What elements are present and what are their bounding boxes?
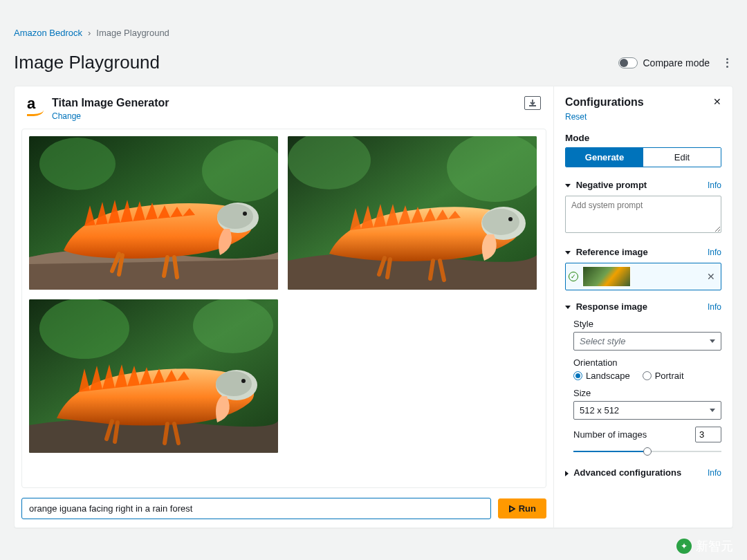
chevron-down-icon [565, 251, 571, 254]
mode-segmented: Generate Edit [565, 147, 721, 167]
info-link[interactable]: Info [708, 248, 721, 257]
remove-reference-button[interactable]: ✕ [707, 271, 715, 282]
breadcrumb: Amazon Bedrock › Image Playground [14, 28, 733, 38]
watermark: ✦ 新智元 [676, 538, 733, 554]
num-images-slider[interactable] [573, 447, 721, 456]
mode-generate-button[interactable]: Generate [566, 148, 643, 167]
prompt-input[interactable] [21, 498, 491, 519]
svg-point-17 [241, 379, 246, 383]
download-button[interactable] [524, 96, 541, 110]
svg-point-16 [216, 371, 252, 396]
mode-label: Mode [565, 133, 721, 143]
check-circle-icon: ✓ [569, 272, 578, 281]
compare-mode-toggle[interactable]: Compare mode [618, 57, 710, 68]
num-images-input[interactable] [695, 427, 721, 442]
run-button[interactable]: Run [498, 498, 546, 519]
page-title: Image Playground [14, 52, 160, 73]
size-select[interactable]: 512 x 512 [573, 401, 721, 420]
info-link[interactable]: Info [708, 180, 721, 190]
info-link[interactable]: Info [708, 468, 721, 478]
svg-point-14 [193, 299, 273, 353]
more-actions-button[interactable] [721, 57, 733, 69]
orientation-label: Orientation [573, 357, 721, 368]
chevron-down-icon [565, 184, 571, 187]
chevron-right-icon: › [88, 28, 91, 38]
num-images-label: Number of images [573, 429, 647, 440]
breadcrumb-current: Image Playground [96, 28, 169, 38]
info-link[interactable]: Info [708, 302, 721, 312]
generated-image[interactable] [288, 136, 537, 290]
model-name: Titan Image Generator [52, 96, 169, 109]
svg-point-11 [508, 217, 513, 221]
playground-main: a Titan Image Generator Change [15, 86, 554, 528]
change-model-link[interactable]: Change [52, 111, 81, 121]
style-label: Style [573, 319, 721, 329]
svg-point-10 [482, 209, 519, 235]
close-icon[interactable]: ✕ [713, 96, 721, 107]
svg-point-13 [39, 299, 129, 359]
config-title: Configurations [565, 96, 644, 109]
image-output-panel [21, 129, 546, 488]
reference-image-box: ✓ ✕ [565, 263, 721, 290]
generated-image[interactable] [29, 136, 278, 290]
style-select[interactable]: Select style [573, 332, 721, 351]
reset-link[interactable]: Reset [565, 112, 587, 122]
negative-prompt-header[interactable]: Negative prompt Info [565, 180, 721, 190]
reference-image-header[interactable]: Reference image Info [565, 247, 721, 257]
play-icon [508, 505, 515, 512]
chevron-down-icon [710, 409, 715, 412]
negative-prompt-input[interactable] [565, 196, 721, 233]
advanced-config-header[interactable]: Advanced configurations Info [565, 467, 721, 478]
compare-mode-label: Compare mode [643, 57, 710, 68]
playground-card: a Titan Image Generator Change [14, 86, 733, 528]
amazon-logo-icon: a [27, 96, 44, 116]
svg-point-1 [39, 138, 116, 190]
toggle-icon [618, 57, 638, 68]
chevron-right-icon [565, 471, 569, 476]
orientation-portrait-radio[interactable]: Portrait [643, 371, 684, 381]
chevron-down-icon [710, 339, 715, 343]
reference-thumbnail[interactable] [582, 266, 631, 287]
orientation-landscape-radio[interactable]: Landscape [573, 371, 630, 381]
size-label: Size [573, 388, 721, 398]
svg-point-4 [217, 204, 253, 229]
svg-point-5 [243, 212, 247, 216]
chevron-down-icon [565, 306, 571, 309]
configurations-panel: Configurations ✕ Reset Mode Generate Edi… [554, 86, 732, 528]
breadcrumb-root[interactable]: Amazon Bedrock [14, 28, 82, 38]
wechat-icon: ✦ [676, 539, 692, 554]
response-image-header[interactable]: Response image Info [565, 301, 721, 312]
download-icon [528, 99, 537, 107]
generated-image[interactable] [29, 299, 278, 453]
mode-edit-button[interactable]: Edit [643, 148, 721, 167]
run-label: Run [519, 503, 536, 514]
